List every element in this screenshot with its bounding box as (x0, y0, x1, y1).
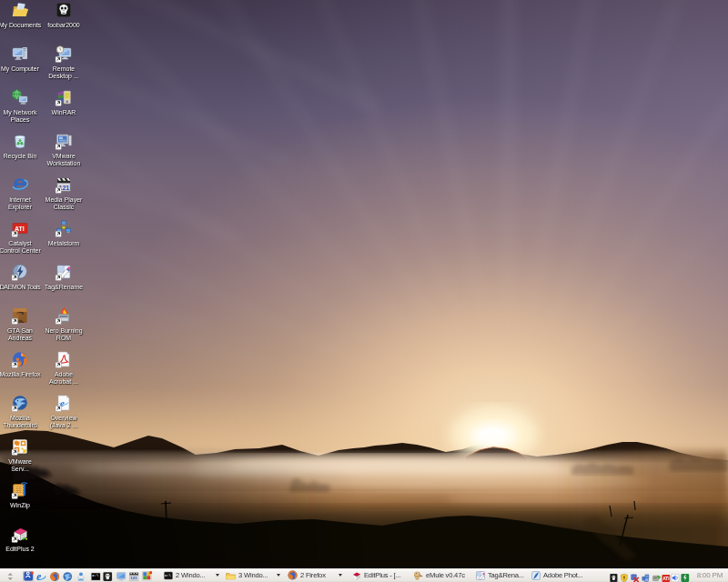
svg-text:C:\: C:\ (92, 574, 99, 577)
svg-text:ATI: ATI (662, 577, 670, 581)
svg-text:e: e (36, 572, 41, 582)
svg-text:ATI: ATI (15, 226, 25, 232)
svg-text:C:\: C:\ (165, 573, 171, 577)
svg-text:121: 121 (130, 576, 137, 580)
